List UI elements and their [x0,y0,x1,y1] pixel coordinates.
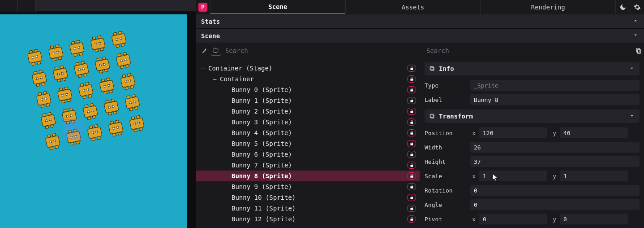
selection-tool-button[interactable] [211,46,221,56]
tree-item[interactable]: Bunny 0 (Sprite) [196,84,420,95]
bunny-sprite[interactable] [47,44,65,62]
bunny-sprite[interactable] [102,98,120,116]
tree-item[interactable]: —Container (Stage) [196,63,420,74]
unlock-button[interactable] [407,194,416,201]
scale-x-value[interactable]: 1 [479,171,547,181]
tree-item[interactable]: Bunny 5 (Sprite) [196,138,420,149]
unlock-button[interactable] [407,140,416,147]
magic-wand-button[interactable] [199,46,209,56]
prop-pivot: Pivot x 0 y 0 [425,212,640,226]
tree-item[interactable]: Bunny 3 (Sprite) [196,117,420,127]
viewport-tab[interactable] [0,0,18,12]
bunny-sprite[interactable] [119,72,137,90]
bunny-sprite[interactable] [107,119,125,137]
bunny-sprite[interactable] [98,77,116,95]
bunny-sprite[interactable] [44,132,62,150]
prop-label: Label Bunny 8 [425,92,640,107]
theme-toggle-button[interactable] [615,0,630,14]
settings-button[interactable] [630,0,644,14]
tree-list[interactable]: —Container (Stage)—ContainerBunny 0 (Spr… [196,58,420,228]
width-value[interactable]: 26 [470,142,640,153]
info-section-header[interactable]: Info [425,62,640,75]
bunny-sprite[interactable] [94,56,112,74]
unlock-button[interactable] [407,151,416,158]
bunny-sprite[interactable] [52,65,69,83]
axis-x-label: x [470,216,476,223]
bunny-sprite[interactable] [73,60,90,78]
tree-item[interactable]: Bunny 1 (Sprite) [196,95,420,106]
stats-section-header[interactable]: Stats [196,14,644,29]
copy-button[interactable] [633,45,644,56]
bunny-sprite[interactable] [82,102,99,120]
bunny-sprite[interactable] [30,69,48,87]
chevron-down-icon [629,65,635,73]
bunny-sprite[interactable] [39,111,57,129]
bunny-sprite[interactable] [123,93,141,111]
unlock-button[interactable] [407,97,416,104]
unlock-button[interactable] [407,183,416,190]
tree-item[interactable]: Bunny 11 (Sprite) [196,203,420,214]
unlock-icon [409,206,414,210]
pivot-y-value[interactable]: 0 [560,214,628,224]
label-value[interactable]: Bunny 8 [470,94,640,105]
tab-assets[interactable]: Assets [345,0,481,14]
position-x-value[interactable]: 120 [479,127,547,138]
inspector-search-input[interactable] [424,45,633,56]
inspector-pane: Info Type _Sprite Label Bunny 8 [420,43,644,228]
scale-label: Scale [425,173,467,180]
angle-value[interactable]: 0 [470,199,640,210]
tab-rendering[interactable]: Rendering [480,0,615,14]
bunny-sprite[interactable] [68,39,86,57]
bunny-sprite[interactable] [128,114,146,132]
transform-section-header[interactable]: Transform [425,110,640,123]
scene-section-header[interactable]: Scene [196,29,644,43]
unlock-button[interactable] [407,215,416,223]
unlock-button[interactable] [407,129,416,136]
viewport-tab[interactable] [18,0,36,12]
position-y-value[interactable]: 40 [560,127,628,138]
bunny-sprite[interactable] [77,81,95,99]
game-stage[interactable] [0,14,187,228]
bunny-sprite[interactable] [35,90,53,108]
svg-rect-1 [637,49,640,53]
pivot-x-value[interactable]: 0 [479,214,547,224]
tree-item-label: Bunny 0 (Sprite) [232,86,420,93]
bunny-sprite[interactable] [26,48,44,66]
tree-item-label: Bunny 10 (Sprite) [232,194,420,201]
bunny-sprite[interactable] [114,52,132,70]
viewport-tab-filler [36,0,196,12]
unlock-button[interactable] [407,118,416,126]
height-value[interactable]: 37 [470,156,640,167]
rotation-value[interactable]: 0 [470,185,640,196]
tree-toggle-icon[interactable]: — [213,75,220,83]
tree-item[interactable]: Bunny 12 (Sprite) [196,214,420,224]
axis-x-label: x [470,130,476,136]
tree-item[interactable]: Bunny 6 (Sprite) [196,149,420,160]
copy-icon [635,47,642,54]
unlock-button[interactable] [407,205,416,212]
chevron-down-icon [632,32,639,39]
unlock-button[interactable] [407,75,416,83]
bunny-sprite[interactable] [110,31,128,48]
unlock-button[interactable] [407,86,416,93]
tree-item[interactable]: Bunny 4 (Sprite) [196,127,420,138]
unlock-button[interactable] [407,108,416,115]
tree-item[interactable]: Bunny 2 (Sprite) [196,106,420,117]
tree-item[interactable]: Bunny 10 (Sprite) [196,192,420,203]
tree-search-input[interactable] [223,45,420,56]
unlock-button[interactable] [407,162,416,169]
tree-item[interactable]: Bunny 7 (Sprite) [196,160,420,171]
info-title: Info [439,65,454,72]
bunny-sprite[interactable] [56,86,74,104]
tree-toggle-icon[interactable]: — [201,65,208,72]
unlock-button[interactable] [407,65,416,72]
tree-item[interactable]: Bunny 9 (Sprite) [196,181,420,192]
bunny-sprite[interactable] [89,35,107,53]
tab-scene[interactable]: Scene [210,0,345,14]
bunny-sprite[interactable] [86,123,103,141]
scale-y-value[interactable]: 1 [560,171,628,181]
tree-item[interactable]: Bunny 8 (Sprite) [196,171,420,181]
unlock-button[interactable] [407,172,416,180]
tree-item[interactable]: —Container [196,74,420,84]
axis-y-label: y [551,216,556,223]
